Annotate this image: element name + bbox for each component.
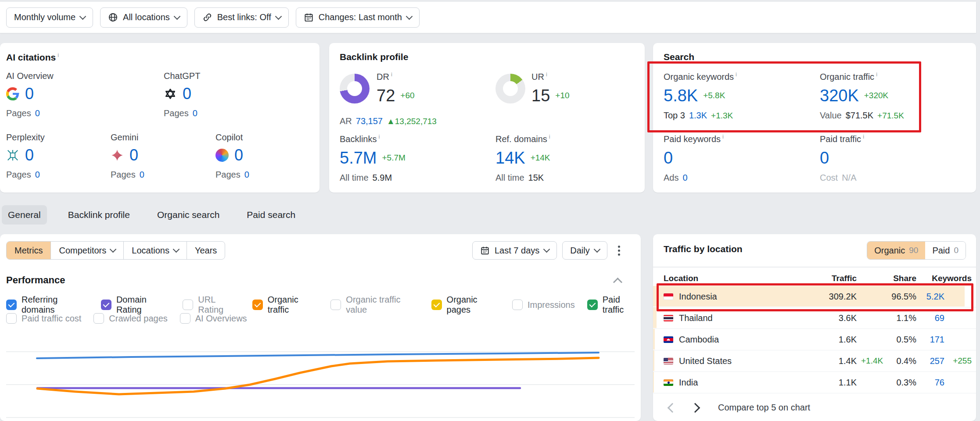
table-row-cambodia[interactable]: Cambodia 1.6K 0.5% 171 [653,329,976,350]
value-amount: $71.5K [846,111,873,121]
calendar-icon [480,246,490,255]
traffic-value: 1.4K [808,356,857,366]
toggle-paid-traffic[interactable]: Paid traffic [587,295,641,315]
paid-keywords-value[interactable]: 0 [664,149,673,168]
keywords-link[interactable]: 69 [916,313,944,323]
search-card: Search Organic keywordsi 5.8K+5.8K Top 3… [653,43,976,193]
toggle-organic-traffic-value[interactable]: Organic traffic value [330,295,419,315]
info-icon[interactable]: i [876,71,877,78]
ai-overview-value[interactable]: 0 [25,85,34,103]
metric-toggles-row-1: Referring domains Domain Rating URL Rati… [6,295,641,315]
info-icon[interactable]: i [736,71,737,78]
pages-label: Pages [215,170,241,180]
ref-domains-value[interactable]: 14K [495,149,525,168]
table-row-united-states[interactable]: United States 1.4K +1.4K 0.4% 257 +255 [653,350,976,372]
organic-toggle-button[interactable]: Organic 90 [867,242,925,259]
segment-years[interactable]: Years [187,242,225,259]
toggle-paid-traffic-cost[interactable]: Paid traffic cost [6,313,81,324]
info-icon[interactable]: i [391,71,392,78]
next-page-icon[interactable] [690,403,700,413]
segment-competitors[interactable]: Competitors [50,242,123,259]
toggle-impressions[interactable]: Impressions [512,300,575,310]
ar-value-link[interactable]: 73,157 [356,116,383,126]
segment-metrics[interactable]: Metrics [7,242,50,259]
keywords-link[interactable]: 171 [916,335,944,345]
tab-paid-search[interactable]: Paid search [241,205,302,225]
toggle-referring-domains[interactable]: Referring domains [6,295,89,315]
monthly-volume-filter[interactable]: Monthly volume [6,7,93,28]
info-icon[interactable]: i [378,133,380,140]
share-column-header[interactable]: Share [879,274,916,283]
globe-icon [108,12,118,22]
toggle-url-rating[interactable]: URL Rating [183,295,240,315]
organic-traffic-metric: Organic traffici 320K+320K Value$71.5K+7… [820,71,904,121]
backlinks-value[interactable]: 5.7M [340,149,377,168]
ai-overview-metric: AI Overview 0 Pages0 [6,71,107,118]
table-row-india[interactable]: India 1.1K 0.3% 76 [653,372,976,393]
chatgpt-knot-icon [164,87,177,100]
best-links-filter[interactable]: Best links: Off [194,7,289,28]
toggle-organic-traffic[interactable]: Organic traffic [252,295,319,315]
gemini-metric: Gemini 0 Pages0 [111,132,212,180]
organic-keywords-metric: Organic keywordsi 5.8K+5.8K Top 31.3K+1.… [664,71,737,121]
perplexity-value[interactable]: 0 [25,146,34,164]
table-row-thailand[interactable]: Thailand 3.6K 1.1% 69 [653,307,976,329]
organic-traffic-value[interactable]: 320K [820,86,859,105]
best-links-label: Best links: Off [217,12,271,22]
keywords-link[interactable]: 76 [916,378,944,388]
locations-filter[interactable]: All locations [100,7,187,28]
organic-keywords-value[interactable]: 5.8K [664,86,698,105]
pages-link[interactable]: 0 [35,108,40,118]
gemini-value[interactable]: 0 [129,146,138,164]
toggle-organic-pages[interactable]: Organic pages [431,295,500,315]
tab-general[interactable]: General [2,205,47,225]
tab-organic-search[interactable]: Organic search [151,205,226,225]
paid-traffic-value[interactable]: 0 [820,149,829,168]
paid-traffic-metric: Paid traffici 0 CostN/A [820,133,864,183]
compare-top5-label[interactable]: Compare top 5 on chart [718,403,810,413]
pages-link[interactable]: 0 [140,170,144,180]
keywords-column-header[interactable]: Keywords [916,274,972,283]
ur-delta: +10 [555,91,569,100]
top3-label: Top 3 [664,111,685,121]
kebab-menu-icon[interactable] [618,250,620,252]
backlinks-delta: +5.7M [382,153,405,163]
info-icon[interactable]: i [549,133,550,140]
pages-link[interactable]: 0 [193,108,197,118]
cost-label: Cost [820,173,838,183]
toggle-domain-rating[interactable]: Domain Rating [101,295,170,315]
changes-filter[interactable]: Changes: Last month [296,7,420,28]
pages-link[interactable]: 0 [35,170,40,180]
segment-locations[interactable]: Locations [123,242,187,259]
pages-link[interactable]: 0 [244,170,249,180]
toggle-crawled-pages[interactable]: Crawled pages [93,313,167,324]
table-row-indonesia[interactable]: Indonesia 309.2K 96.5% 5.2K [653,286,976,307]
previous-page-icon[interactable] [668,403,678,413]
copilot-value[interactable]: 0 [234,146,243,164]
paid-count: 0 [954,246,958,255]
date-range-button[interactable]: Last 7 days [472,241,557,260]
ads-label: Ads [664,173,678,183]
ads-value-link[interactable]: 0 [682,173,687,183]
location-column-header[interactable]: Location [664,274,808,283]
granularity-button[interactable]: Daily [562,241,607,260]
paid-toggle-button[interactable]: Paid 0 [925,242,966,259]
keywords-link[interactable]: 257 [916,356,944,366]
toggle-ai-overviews[interactable]: AI Overviews [180,313,247,324]
performance-line-chart[interactable] [0,329,641,421]
share-value: 0.4% [879,356,916,366]
chatgpt-value[interactable]: 0 [183,85,191,103]
perplexity-star-icon [6,149,19,162]
collapse-section-icon[interactable] [613,278,622,287]
performance-title: Performance [6,275,65,286]
info-icon[interactable]: i [863,133,864,140]
top3-value-link[interactable]: 1.3K [689,111,707,121]
chevron-down-icon [593,246,600,253]
traffic-by-location-title: Traffic by location [664,244,743,254]
info-icon[interactable]: i [57,52,59,58]
info-icon[interactable]: i [722,133,724,140]
keywords-link[interactable]: 5.2K [916,292,944,302]
traffic-column-header[interactable]: Traffic [808,274,857,283]
info-icon[interactable]: i [546,71,547,78]
tab-backlink-profile[interactable]: Backlink profile [62,205,136,225]
